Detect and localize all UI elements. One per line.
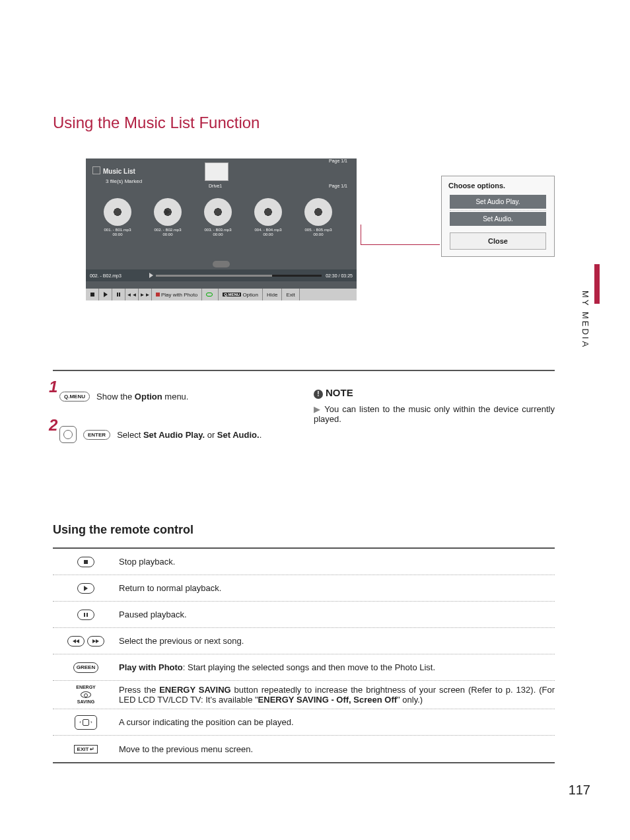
label: EXIT xyxy=(77,746,89,752)
time-counter: 02:30 / 03:25 xyxy=(326,273,353,278)
text-bold: ENERGY SAVING xyxy=(159,685,230,695)
play-with-photo-button[interactable]: Play with Photo xyxy=(152,289,202,300)
music-thumb[interactable]: 002. - B02.mp3 00:00 xyxy=(149,198,186,236)
close-button[interactable]: Close xyxy=(450,232,546,250)
music-list-panel: Music List 3 file(s) Marked Drive1 Page … xyxy=(86,158,357,300)
pause-button[interactable] xyxy=(112,289,125,300)
green-pill-icon: GREEN xyxy=(73,662,98,673)
qmenu-remote-button: Q.MENU xyxy=(59,392,90,402)
progress-bar[interactable] xyxy=(156,275,322,277)
enter-remote-button: ENTER xyxy=(83,430,110,440)
duration: 00:00 xyxy=(99,232,136,236)
drive-label: Drive1 xyxy=(209,184,222,188)
music-thumb[interactable]: 005. - B05.mp3 00:00 xyxy=(300,198,337,236)
music-thumb[interactable]: 001. - B01.mp3 00:00 xyxy=(99,198,136,236)
text: Show the xyxy=(96,392,135,402)
note-body: ▶ You can listen to the music only withi… xyxy=(314,404,555,424)
now-playing-title: 002. - B02.mp3 xyxy=(90,273,149,278)
note-heading: !NOTE xyxy=(314,387,555,399)
file-name: 004. - B04.mp3 xyxy=(250,228,287,232)
hide-button[interactable]: Hide xyxy=(263,289,282,300)
text: : Start playing the selected songs and t… xyxy=(183,662,435,672)
exit-button-icon: EXIT↵ xyxy=(74,745,98,753)
text: menu. xyxy=(162,392,189,402)
options-popup: Choose options. Set Audio Play. Set Audi… xyxy=(441,176,555,257)
scroll-indicator[interactable] xyxy=(213,261,230,267)
file-name: 001. - B01.mp3 xyxy=(99,228,136,232)
stop-button[interactable] xyxy=(86,289,99,300)
label: ENERGY xyxy=(76,685,96,690)
rc-row-play: Return to normal playback. xyxy=(53,575,555,602)
set-audio-button[interactable]: Set Audio. xyxy=(450,212,546,226)
set-audio-play-button[interactable]: Set Audio Play. xyxy=(450,195,546,209)
pause-pill-icon xyxy=(77,610,94,620)
label: Option xyxy=(242,292,258,298)
rc-desc: A cursor indicating the position can be … xyxy=(119,717,555,727)
callout-leader xyxy=(361,225,440,244)
rc-row-cursor: ‹› A cursor indicating the position can … xyxy=(53,709,555,736)
note-box: !NOTE ▶ You can listen to the music only… xyxy=(314,387,555,464)
music-thumb[interactable]: 003. - B03.mp3 00:00 xyxy=(199,198,236,236)
text-bold: Play with Photo xyxy=(119,662,183,672)
alert-icon: ! xyxy=(314,390,323,399)
page-indicator-top: Page 1/1 xyxy=(329,158,347,163)
forward-pill-icon xyxy=(87,636,104,647)
play-icon xyxy=(149,273,153,278)
note-label: NOTE xyxy=(326,387,353,398)
qmenu-label: Q.MENU xyxy=(223,293,241,297)
label: Exit xyxy=(286,292,295,298)
note-text: You can listen to the music only within … xyxy=(314,404,555,424)
page-indicator-inner: Page 1/1 xyxy=(329,184,347,188)
step-1: 1 Q.MENU Show the Option menu. xyxy=(53,387,294,405)
text: Press the xyxy=(119,685,159,695)
rc-desc: Return to normal playback. xyxy=(119,583,555,593)
rc-desc: Press the ENERGY SAVING button repeatedl… xyxy=(119,685,555,705)
step-text: Select Set Audio Play. or Set Audio.. xyxy=(117,430,262,440)
file-name: 005. - B05.mp3 xyxy=(300,228,337,232)
left-right-pad-icon: ‹› xyxy=(75,715,97,730)
duration: 00:00 xyxy=(199,232,236,236)
disc-icon xyxy=(154,198,182,226)
rc-desc: Paused playback. xyxy=(119,610,555,619)
play-pill-icon xyxy=(77,583,94,594)
stop-pill-icon xyxy=(77,557,94,567)
disc-icon xyxy=(204,198,232,226)
label: Play with Photo xyxy=(161,292,197,298)
text-bold: Option xyxy=(135,392,162,402)
sub-heading: Using the remote control xyxy=(53,523,555,537)
rc-desc: Move to the previous menu screen. xyxy=(119,744,555,754)
now-playing-bar: 002. - B02.mp3 02:30 / 03:25 xyxy=(86,269,357,281)
play-overlay-icon xyxy=(165,209,170,215)
section-label: MY MEDIA xyxy=(580,291,590,349)
next-button[interactable]: ►► xyxy=(139,289,152,300)
energy-button[interactable] xyxy=(202,289,219,300)
option-button[interactable]: Q.MENU Option xyxy=(219,289,263,300)
duration: 00:00 xyxy=(300,232,337,236)
rc-row-pause: Paused playback. xyxy=(53,602,555,628)
thumbnail-row: 001. - B01.mp3 00:00 002. - B02.mp3 00:0… xyxy=(99,198,350,236)
section-indicator-bar xyxy=(594,264,600,304)
file-name: 002. - B02.mp3 xyxy=(149,228,186,232)
panel-title: Music List xyxy=(103,168,135,175)
label: Hide xyxy=(267,292,277,298)
bullet-icon: ▶ xyxy=(314,404,324,414)
text-bold: ENERGY SAVING - Off, Screen Off xyxy=(258,695,397,705)
duration: 00:00 xyxy=(250,232,287,236)
disc-icon xyxy=(254,198,282,226)
rc-row-exit: EXIT↵ Move to the previous menu screen. xyxy=(53,736,555,762)
options-title: Choose options. xyxy=(446,182,550,190)
energy-saving-icon: ENERGY SAVING xyxy=(76,685,96,704)
play-button[interactable] xyxy=(99,289,112,300)
text-bold: Set Audio. xyxy=(217,430,260,440)
page-number: 117 xyxy=(569,783,590,798)
disc-icon xyxy=(104,198,131,226)
nav-remote-icon xyxy=(59,426,77,443)
text: . xyxy=(260,430,262,440)
rc-desc: Select the previous or next song. xyxy=(119,636,555,646)
prev-button[interactable]: ◄◄ xyxy=(125,289,139,300)
text-bold: Set Audio Play. xyxy=(143,430,205,440)
exit-button[interactable]: Exit xyxy=(282,289,299,300)
folder-icon[interactable] xyxy=(205,162,228,181)
music-thumb[interactable]: 004. - B04.mp3 00:00 xyxy=(250,198,287,236)
rc-row-green: GREEN Play with Photo: Start playing the… xyxy=(53,654,555,681)
